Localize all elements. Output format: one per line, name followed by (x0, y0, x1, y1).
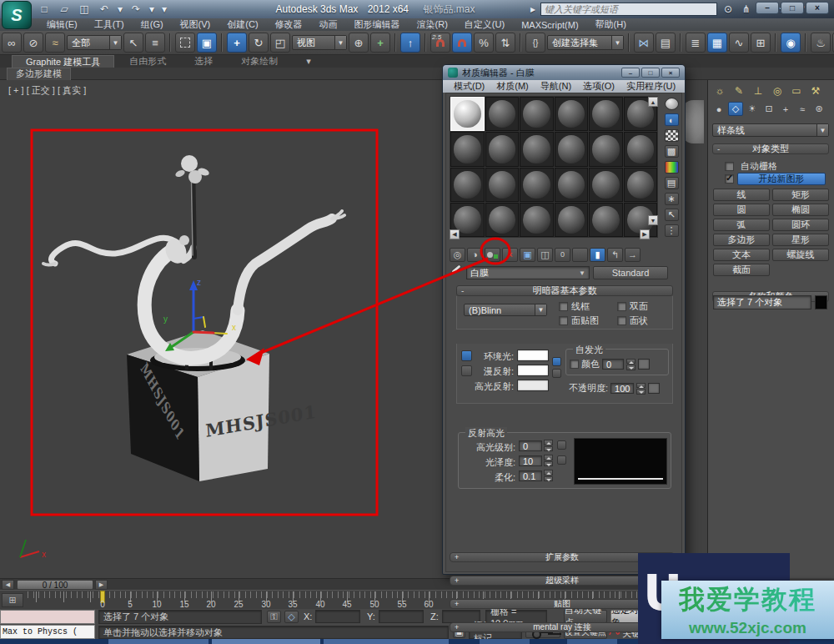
hierarchy-tab-icon[interactable]: ⊥ (750, 83, 766, 98)
autogrid-checkbox[interactable] (725, 162, 734, 171)
circle-button[interactable]: 圆 (713, 204, 770, 216)
material-slot[interactable] (555, 97, 589, 131)
material-editor-icon[interactable]: ◉ (781, 33, 801, 53)
shader-rollout-header[interactable]: -明暗器基本参数 (456, 285, 673, 296)
glossiness-map-button[interactable] (557, 455, 566, 465)
faceted-checkbox[interactable] (617, 316, 626, 325)
opacity-map-button[interactable] (648, 383, 660, 394)
opacity-value-field[interactable]: 100 (610, 383, 634, 394)
diffuse-color-swatch[interactable] (517, 365, 549, 376)
material-editor-titlebar[interactable]: 材质编辑器 - 白膜 – □ × (443, 65, 685, 80)
menu-help[interactable]: 帮助(H) (587, 18, 635, 31)
me-menu-utilities[interactable]: 实用程序(U) (620, 80, 681, 93)
material-slot[interactable] (624, 132, 658, 166)
material-name-dropdown-arrow[interactable]: ▼ (579, 269, 585, 277)
video-color-check-icon[interactable] (665, 161, 679, 174)
soften-field[interactable]: 0.1 (519, 470, 542, 481)
material-slot[interactable] (555, 132, 589, 166)
named-selection-sets-dropdown[interactable]: 创建选择集▼ (547, 35, 624, 50)
go-forward-to-sibling-icon[interactable]: → (625, 248, 641, 262)
rectangular-selection-region-icon[interactable] (175, 33, 195, 53)
material-id-channel-icon[interactable]: 0 (555, 248, 570, 262)
make-preview-icon[interactable]: ▤ (665, 177, 679, 189)
show-end-result-icon[interactable]: ▮ (590, 248, 605, 262)
material-slot-selected[interactable] (450, 97, 485, 131)
make-material-copy-icon[interactable]: ▣ (520, 248, 535, 262)
slots-scroll-up-icon[interactable]: ▲ (648, 97, 658, 107)
material-slot[interactable] (485, 168, 520, 202)
select-by-name-icon[interactable]: ≡ (145, 33, 165, 53)
search-go-icon[interactable]: ▸ (529, 3, 537, 15)
render-setup-icon[interactable]: ♨ (811, 33, 831, 53)
reset-map-icon[interactable]: × (502, 248, 518, 262)
spinner-snap-toggle-icon[interactable]: ⇅ (495, 33, 515, 53)
open-mini-curve-editor-icon[interactable]: ⊞ (2, 593, 23, 607)
pick-material-eyedropper-icon[interactable] (450, 266, 463, 279)
subtab-polygon-modeling[interactable]: 多边形建模 (7, 68, 71, 80)
menu-views[interactable]: 视图(V) (172, 18, 219, 31)
section-button[interactable]: 截面 (713, 264, 770, 276)
open-file-icon[interactable]: ▱ (57, 3, 72, 16)
manage-layers-icon[interactable]: ≣ (686, 33, 706, 53)
subscription-icon[interactable]: ⋔ (739, 3, 754, 15)
slots-scroll-left-icon[interactable]: ◀ (450, 229, 460, 239)
undo-icon[interactable]: ↶ (97, 3, 112, 16)
curve-editor-icon[interactable]: ∿ (729, 33, 749, 53)
systems-category-icon[interactable]: ⊛ (811, 102, 826, 116)
ambient-diffuse-lock-icon[interactable] (461, 350, 472, 361)
menu-group[interactable]: 组(G) (133, 18, 172, 31)
material-slot[interactable] (589, 203, 623, 237)
ellipse-button[interactable]: 椭圆 (772, 204, 829, 216)
absolute-offset-toggle-icon[interactable]: ◇ (284, 611, 299, 623)
material-name-dropdown[interactable]: 白膜 ▼ (466, 266, 590, 279)
previous-frame-icon[interactable]: ◀ (2, 580, 14, 590)
opacity-spinner[interactable] (636, 383, 646, 395)
tab-selection[interactable]: 选择 (181, 55, 226, 68)
spacewarps-category-icon[interactable]: ≈ (795, 102, 810, 116)
material-editor-dialog[interactable]: 材质编辑器 - 白膜 – □ × 模式(D) 材质(M) 导航(N) 选项(O)… (442, 64, 686, 575)
material-slot[interactable] (520, 97, 554, 131)
show-map-in-viewport-icon[interactable] (572, 248, 588, 262)
unlink-selection-icon[interactable]: ⊘ (23, 33, 43, 53)
object-type-rollout[interactable]: -对象类型 (712, 143, 829, 154)
select-and-rotate-icon[interactable]: ↻ (249, 33, 269, 53)
modify-tab-icon[interactable]: ✎ (731, 83, 747, 98)
me-close-button[interactable]: × (661, 68, 680, 78)
menu-rendering[interactable]: 渲染(R) (409, 18, 456, 31)
schematic-view-icon[interactable]: ⊞ (751, 33, 771, 53)
snaps-toggle-icon[interactable]: 2.5 (430, 33, 450, 53)
go-to-parent-icon[interactable]: ↰ (607, 248, 623, 262)
material-slot[interactable] (520, 203, 554, 237)
menu-modifiers[interactable]: 修改器 (267, 18, 311, 31)
graphite-ribbon-toggle-icon[interactable]: ▦ (707, 33, 727, 53)
start-new-shape-checkbox[interactable] (725, 174, 734, 184)
diffuse-specular-lock-icon[interactable] (461, 365, 472, 376)
save-file-icon[interactable]: ◫ (77, 3, 92, 16)
ribbon-minimize-icon[interactable]: ▾ (293, 55, 324, 68)
maxscript-mini-listener[interactable] (0, 610, 95, 624)
menu-graph-editors[interactable]: 图形编辑器 (346, 18, 409, 31)
get-material-icon[interactable]: ◎ (450, 248, 465, 262)
me-maximize-button[interactable]: □ (641, 68, 660, 78)
specular-color-swatch[interactable] (517, 380, 549, 391)
material-slot[interactable] (450, 168, 485, 202)
material-slot[interactable] (485, 97, 520, 131)
menu-create[interactable]: 创建(C) (219, 18, 266, 31)
donut-button[interactable]: 圆环 (772, 219, 829, 231)
search-input[interactable] (540, 3, 717, 16)
shader-type-dropdown[interactable]: (B)Blinn▼ (464, 304, 547, 316)
sample-type-icon[interactable] (665, 98, 679, 110)
percent-snap-toggle-icon[interactable]: % (474, 33, 494, 53)
undo-dropdown-icon[interactable]: ▾ (117, 3, 123, 16)
helix-button[interactable]: 螺旋线 (772, 249, 829, 261)
material-slot[interactable] (485, 132, 520, 166)
material-slot[interactable] (589, 132, 623, 166)
self-illum-map-button[interactable] (638, 359, 650, 370)
keyboard-shortcut-override-icon[interactable]: ↑ (400, 33, 420, 53)
maxscript-listener-line[interactable]: Max to Physcs ( (0, 625, 95, 639)
material-slot[interactable] (450, 132, 485, 166)
y-coordinate-field[interactable] (379, 610, 424, 623)
redo-icon[interactable]: ↷ (128, 3, 143, 16)
text-button[interactable]: 文本 (713, 249, 770, 261)
object-name-field[interactable]: 选择了 7 个对象 (713, 295, 811, 309)
